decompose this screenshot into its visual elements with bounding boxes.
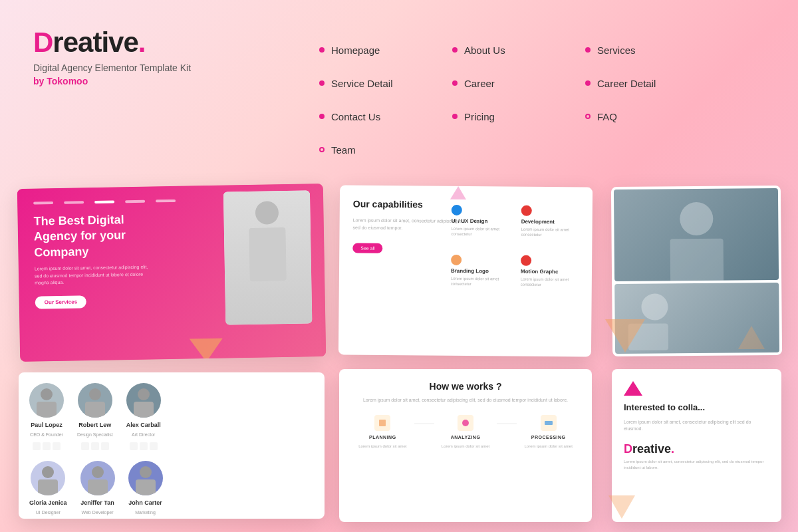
nav-label-aboutus: About Us [464, 45, 505, 56]
contact-desc: Lorem ipsum dolor sit amet, consectetur … [624, 419, 769, 433]
previews-container: The Best Digital Agency for your Company… [0, 180, 798, 532]
contact-brand: Dreative. [624, 442, 769, 456]
nav-bullet-outline [585, 114, 591, 119]
nav-item-aboutus[interactable]: About Us [452, 33, 585, 66]
nav-item-faq[interactable]: FAQ [585, 100, 718, 133]
cap-item-title: Motion Graphc [521, 269, 573, 275]
capabilities-btn[interactable]: See all [352, 243, 383, 253]
step-connector [497, 423, 517, 424]
brand-rest: reative [53, 27, 138, 58]
step-text: Lorem ipsum dolor sit amet [442, 444, 489, 449]
nav-bullet [585, 80, 591, 86]
nav-item-careerdetail[interactable]: Career Detail [585, 66, 718, 100]
nav-item-homepage[interactable]: Homepage [319, 33, 452, 66]
step-text: Lorem ipsum dolor sit amet [358, 444, 406, 449]
team-role: CEO & Founder [30, 432, 63, 437]
nav-label-careerdetail: Career Detail [597, 78, 656, 89]
team-role: Web Developer [81, 510, 113, 515]
howworks-desc: Lorem ipsum dolor sit amet, consectetur … [351, 397, 580, 404]
nav-label-contactus: Contact Us [331, 111, 380, 122]
nav-bullet [452, 114, 458, 119]
step-label: Processing [531, 435, 566, 440]
team-name: Gloria Jenica [29, 499, 67, 506]
contact-triangle-deco [624, 381, 642, 396]
nav-item-servicedetail[interactable]: Service Detail [319, 66, 452, 100]
nav-item-services[interactable]: Services [585, 33, 718, 66]
hero-person [223, 190, 312, 325]
cap-icon-dev [521, 205, 532, 216]
nav-bullet [319, 47, 325, 53]
cap-item: Branding Logo Lorem ipsum dolor sit amet… [446, 249, 509, 293]
brand-d: D [33, 27, 53, 58]
cap-item: UI / UX Design Lorem ipsum dolor sit ame… [446, 200, 509, 243]
brand-subtitle: Digital Agency Elementor Template Kit [33, 63, 191, 73]
howworks-steps: Planning Lorem ipsum dolor sit amet Anal… [351, 415, 580, 449]
hero-title: The Best Digital Agency for your Company [33, 211, 167, 261]
cap-icon-motion [521, 255, 531, 266]
team-name: John Carter [128, 499, 162, 506]
step-label: Planning [369, 435, 396, 440]
team-role: UI Designer [36, 510, 61, 515]
nav-item-career[interactable]: Career [452, 66, 585, 100]
cap-icon-brand [451, 255, 462, 265]
cap-item-desc: Lorem ipsum dolor sit amet consectetur [451, 276, 503, 287]
team-name: Jeniffer Tan [80, 499, 114, 506]
hero-image [223, 190, 312, 325]
contact-brand-d: D [624, 442, 632, 456]
howworks-title: How we works ? [351, 381, 580, 392]
cap-triangle-deco [450, 186, 466, 200]
hero-nav-dot [33, 201, 53, 205]
deco-triangle-1 [605, 319, 645, 352]
hero-btn[interactable]: Our Services [35, 295, 87, 309]
card-hero: The Best Digital Agency for your Company… [17, 184, 326, 362]
team-row2: Gloria Jenica UI Designer Jeniffer Tan W… [29, 461, 314, 515]
processing-icon [541, 415, 557, 431]
team-role: Design Specialist [77, 432, 113, 437]
cap-item-title: Branding Logo [451, 268, 503, 275]
cap-item-title: UI / UX Design [452, 218, 504, 225]
photo-top [614, 188, 779, 281]
nav-bullet [585, 47, 591, 53]
card-team: Paul Lopez CEO & Founder Robert Lew Desi… [19, 372, 325, 519]
svg-rect-0 [379, 420, 386, 426]
hero-desc: Lorem ipsum dolor sit amet, consectetur … [35, 264, 155, 287]
nav-label-services: Services [597, 45, 636, 56]
cap-item: Development Lorem ipsum dolor sit amet c… [515, 200, 579, 244]
cap-item-desc: Lorem ipsum dolor sit amet consectetur [521, 227, 573, 238]
team-name: Robert Lew [78, 422, 111, 428]
nav-menu: Homepage About Us Services Service Detai… [319, 33, 718, 166]
deco-triangle-3 [738, 326, 765, 349]
team-row1: Paul Lopez CEO & Founder Robert Lew Desi… [29, 383, 314, 450]
nav-item-pricing[interactable]: Pricing [452, 100, 585, 133]
nav-item-contactus[interactable]: Contact Us [319, 100, 452, 133]
hw-step-processing: Processing Lorem ipsum dolor sit amet [517, 415, 580, 449]
cap-icon-ui [452, 205, 462, 215]
team-role: Art Director [132, 432, 155, 437]
svg-rect-2 [545, 421, 553, 425]
avatar [31, 461, 65, 495]
nav-label-career: Career [464, 78, 495, 89]
avatar [80, 461, 115, 495]
svg-point-1 [462, 420, 469, 426]
avatar [29, 383, 64, 418]
nav-label-faq: FAQ [597, 111, 617, 122]
hw-step-planning: Planning Lorem ipsum dolor sit amet [351, 415, 414, 449]
avatar [78, 383, 112, 418]
step-connector [414, 423, 434, 424]
contact-brand-desc: Lorem ipsum dolor sit amet, consectetur … [624, 459, 769, 471]
hero-nav-dot [156, 200, 176, 203]
brand-dot: . [138, 27, 146, 58]
hero-triangle-deco [190, 338, 223, 362]
team-name: Alex Carball [126, 422, 161, 428]
brand-title: Dreative. [33, 27, 191, 59]
nav-label-homepage: Homepage [331, 45, 380, 56]
team-member: John Carter Marketing [128, 461, 163, 515]
nav-item-team[interactable]: Team [319, 133, 452, 166]
step-label: Analyzing [451, 435, 481, 440]
nav-bullet [319, 114, 325, 119]
hw-step-analyzing: Analyzing Lorem ipsum dolor sit amet [434, 415, 497, 449]
cap-item-title: Development [521, 219, 574, 225]
card-howworks: How we works ? Lorem ipsum dolor sit ame… [339, 369, 592, 522]
hero-nav-dot [125, 200, 145, 203]
nav-label-servicedetail: Service Detail [331, 78, 393, 89]
